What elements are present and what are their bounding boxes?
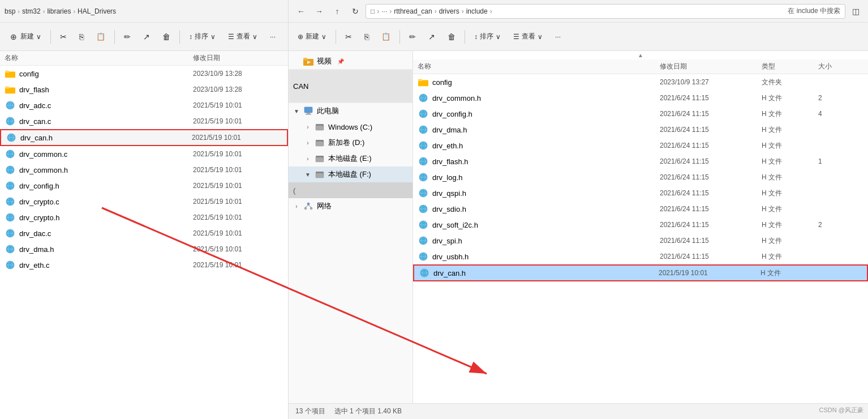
- left-file-drv_eth_c[interactable]: drv_eth.c 2021/5/19 10:01: [0, 257, 288, 273]
- globe-svg2: [6, 117, 15, 126]
- right-file-drv_spi_h[interactable]: drv_spi.h 2021/6/24 11:15 H 文件: [413, 233, 868, 249]
- right-fname-drv_spi_h: drv_spi.h: [432, 237, 660, 245]
- left-more-button[interactable]: ···: [265, 31, 280, 43]
- right-fname-drv_can_h: drv_can.h: [433, 269, 659, 277]
- left-bc-bsp[interactable]: bsp: [5, 7, 15, 15]
- left-view-button[interactable]: ☰ 查看 ∨: [224, 29, 262, 44]
- left-file-name-drv_dac_c: drv_dac.c: [19, 229, 193, 238]
- right-fdate-drv_spi_h: 2021/6/24 11:15: [660, 237, 762, 245]
- right-new-button[interactable]: ⊕ 新建 ∨: [293, 29, 331, 44]
- left-paste-button[interactable]: 📋: [92, 30, 110, 43]
- left-file-drv_dac_c[interactable]: drv_dac.c 2021/5/19 10:01: [0, 225, 288, 241]
- sidebar-item-video[interactable]: 视频 📌: [289, 53, 412, 69]
- globe-icon-drv_eth_c: [5, 259, 16, 271]
- forward-button[interactable]: →: [311, 3, 327, 19]
- left-copy-button[interactable]: ⎘: [75, 30, 88, 44]
- right-file-drv_soft_i2c_h[interactable]: drv_soft_i2c.h 2021/6/24 11:15 H 文件 2: [413, 217, 868, 233]
- sidebar-label-e: 本地磁盘 (E:): [328, 153, 372, 164]
- left-bc-libraries[interactable]: libraries: [47, 7, 71, 15]
- right-file-drv_usbh_h[interactable]: drv_usbh.h 2021/6/24 11:15 H 文件: [413, 249, 868, 264]
- left-file-config[interactable]: config 2023/10/9 13:28: [0, 66, 288, 82]
- left-file-drv_crypto_c[interactable]: drv_crypto.c 2021/5/19 10:01: [0, 194, 288, 210]
- left-new-button[interactable]: ⊕ 新建 ∨: [5, 29, 46, 44]
- sidebar-item-e[interactable]: › 本地磁盘 (E:): [289, 151, 412, 166]
- sidebar-item-windows-c[interactable]: › Windows (C:): [289, 119, 412, 135]
- left-bc-hal[interactable]: HAL_Drivers: [78, 7, 116, 15]
- right-file-area: ▲ 名称 修改日期 类型 大小 config 2023/10/9 13:27: [413, 51, 868, 403]
- right-sort-button[interactable]: ↕ 排序 ∨: [470, 29, 505, 44]
- folder-svg: [5, 69, 15, 78]
- right-view-button[interactable]: ☰ 查看 ∨: [509, 29, 547, 44]
- back-button[interactable]: ←: [293, 3, 309, 19]
- sidebar-item-d[interactable]: › 新加卷 (D:): [289, 135, 412, 151]
- left-file-drv_crypto_h[interactable]: drv_crypto.h 2021/5/19 10:01: [0, 210, 288, 225]
- left-file-drv_adc_c[interactable]: drv_adc.c 2021/5/19 10:01: [0, 97, 288, 113]
- computer-icon: [303, 106, 313, 116]
- right-fname-drv_usbh_h: drv_usbh.h: [432, 253, 660, 261]
- right-file-drv_log_h[interactable]: drv_log.h 2021/6/24 11:15 H 文件: [413, 169, 868, 185]
- left-file-date-drv_can_h: 2021/5/19 10:01: [192, 134, 282, 142]
- right-col-headers[interactable]: 名称 修改日期 类型 大小: [413, 59, 868, 74]
- left-file-drv_flash[interactable]: drv_flash 2023/10/9 13:28: [0, 82, 288, 97]
- refresh-button[interactable]: ↻: [347, 3, 363, 19]
- share-icon: ↗: [143, 32, 150, 41]
- right-cut-button[interactable]: ✂: [341, 30, 356, 44]
- left-file-drv_config_h[interactable]: drv_config.h 2021/5/19 10:01: [0, 178, 288, 194]
- left-file-date-drv_dma_h: 2021/5/19 10:01: [193, 245, 283, 253]
- sort-icon-r: ↕: [474, 33, 478, 41]
- left-bc-stm32[interactable]: stm32: [22, 7, 41, 15]
- left-sort-button[interactable]: ↕ 排序 ∨: [184, 29, 220, 44]
- addr-include[interactable]: include: [466, 7, 488, 15]
- left-share-button[interactable]: ↗: [139, 30, 154, 44]
- svg-point-52: [322, 157, 323, 159]
- left-file-drv_can_c[interactable]: drv_can.c 2021/5/19 10:01: [0, 113, 288, 129]
- addr-rtthread_can[interactable]: rtthread_can: [394, 7, 432, 15]
- sep3: ›: [73, 8, 75, 15]
- left-rename-button[interactable]: ✏: [119, 30, 135, 44]
- sidebar-item-computer[interactable]: ▼ 此电脑: [289, 103, 412, 119]
- right-delete-button[interactable]: 🗑: [443, 30, 460, 44]
- right-paste-button[interactable]: 📋: [377, 30, 395, 43]
- view-icon: ☰: [228, 33, 234, 41]
- right-file-drv_qspi_h[interactable]: drv_qspi.h 2021/6/24 11:15 H 文件: [413, 185, 868, 201]
- left-cut-button[interactable]: ✂: [55, 30, 71, 44]
- left-file-drv_dma_h[interactable]: drv_dma.h 2021/5/19 10:01: [0, 241, 288, 257]
- right-file-drv_can_h[interactable]: drv_can.h 2021/5/19 10:01 H 文件: [413, 264, 868, 281]
- right-file-drv_sdio_h[interactable]: drv_sdio.h 2021/6/24 11:15 H 文件: [413, 201, 868, 217]
- right-file-drv_config_h[interactable]: drv_config.h 2021/6/24 11:15 H 文件 4: [413, 106, 868, 122]
- address-bar[interactable]: □ › ··· › rtthread_can › drivers › inclu…: [366, 4, 845, 19]
- sidebar-item-f[interactable]: ▼ 本地磁盘 (F:): [289, 166, 412, 182]
- left-file-drv_can_h[interactable]: drv_can.h 2021/5/19 10:01: [0, 129, 288, 146]
- right-copy-button[interactable]: ⎘: [360, 30, 373, 44]
- svg-rect-45: [316, 124, 324, 126]
- left-delete-button[interactable]: 🗑: [158, 30, 175, 44]
- sidebar-item-network[interactable]: › 网络: [289, 198, 412, 214]
- right-folder-icon-config: [418, 76, 429, 88]
- right-fname-drv_qspi_h: drv_qspi.h: [432, 189, 660, 198]
- sidebar-item-can[interactable]: CAN: [289, 69, 412, 103]
- left-file-drv_common_c[interactable]: drv_common.c 2021/5/19 10:01: [0, 146, 288, 162]
- left-file-date-drv_common_c: 2021/5/19 10:01: [193, 150, 283, 158]
- right-ftype-drv_sdio_h: H 文件: [762, 204, 818, 214]
- right-ftype-drv_eth_h: H 文件: [762, 141, 818, 151]
- right-rename-button[interactable]: ✏: [405, 30, 420, 44]
- sidebar-label-f: 本地磁盘 (F:): [328, 169, 371, 179]
- right-file-drv_common_h[interactable]: drv_common.h 2021/6/24 11:15 H 文件 2: [413, 90, 868, 106]
- right-globe-icon-drv_spi_h: [418, 235, 429, 246]
- right-file-drv_dma_h[interactable]: drv_dma.h 2021/6/24 11:15 H 文件: [413, 122, 868, 138]
- right-more-button[interactable]: ···: [551, 31, 565, 43]
- right-file-config[interactable]: config 2023/10/9 13:27 文件夹: [413, 74, 868, 90]
- right-file-drv_eth_h[interactable]: drv_eth.h 2021/6/24 11:15 H 文件: [413, 138, 868, 153]
- svg-rect-1: [5, 71, 9, 73]
- right-share-button[interactable]: ↗: [424, 30, 440, 44]
- right-fname-drv_common_h: drv_common.h: [432, 94, 660, 102]
- sidebar-blur2: [289, 182, 412, 198]
- new-arrow: ∨: [321, 33, 326, 41]
- svg-point-55: [322, 173, 323, 174]
- up-button[interactable]: ↑: [329, 3, 345, 19]
- addr-drivers[interactable]: drivers: [439, 7, 459, 15]
- window-icon-button[interactable]: ◫: [848, 3, 863, 19]
- right-file-drv_flash_h[interactable]: drv_flash.h 2021/6/24 11:15 H 文件 1: [413, 153, 868, 169]
- left-file-drv_common_h[interactable]: drv_common.h 2021/5/19 10:01: [0, 162, 288, 178]
- view-icon-r: ☰: [513, 33, 519, 41]
